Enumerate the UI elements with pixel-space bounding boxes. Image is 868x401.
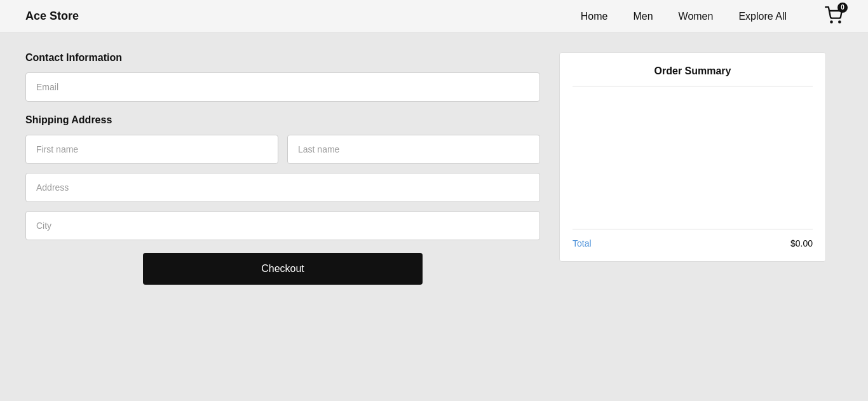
svg-point-1	[839, 21, 840, 22]
city-field[interactable]	[25, 211, 540, 240]
cart-count: 0	[837, 3, 848, 13]
nav-explore-all[interactable]: Explore All	[738, 11, 787, 22]
cart-button[interactable]: 0	[825, 6, 843, 27]
shipping-address-title: Shipping Address	[25, 114, 540, 126]
order-summary-body	[573, 95, 813, 222]
name-row	[25, 135, 540, 164]
main-content: Contact Information Shipping Address Che…	[0, 33, 868, 304]
contact-info-title: Contact Information	[25, 52, 540, 64]
svg-point-0	[831, 21, 832, 22]
address-group	[25, 173, 540, 202]
email-field[interactable]	[25, 72, 540, 102]
city-group	[25, 211, 540, 240]
order-total-row: Total $0.00	[573, 229, 813, 248]
form-section: Contact Information Shipping Address Che…	[25, 52, 540, 285]
main-nav: Home Men Women Explore All	[581, 11, 787, 22]
order-summary-panel: Order Summary Total $0.00	[559, 52, 826, 262]
order-summary-title: Order Summary	[573, 65, 813, 86]
nav-men[interactable]: Men	[633, 11, 653, 22]
first-name-field[interactable]	[25, 135, 278, 164]
address-field[interactable]	[25, 173, 540, 202]
nav-home[interactable]: Home	[581, 11, 608, 22]
last-name-field[interactable]	[287, 135, 540, 164]
email-group	[25, 72, 540, 102]
total-value: $0.00	[790, 238, 813, 248]
checkout-button[interactable]: Checkout	[143, 253, 423, 285]
total-label: Total	[573, 238, 592, 248]
site-logo: Ace Store	[25, 10, 79, 23]
nav-women[interactable]: Women	[679, 11, 714, 22]
